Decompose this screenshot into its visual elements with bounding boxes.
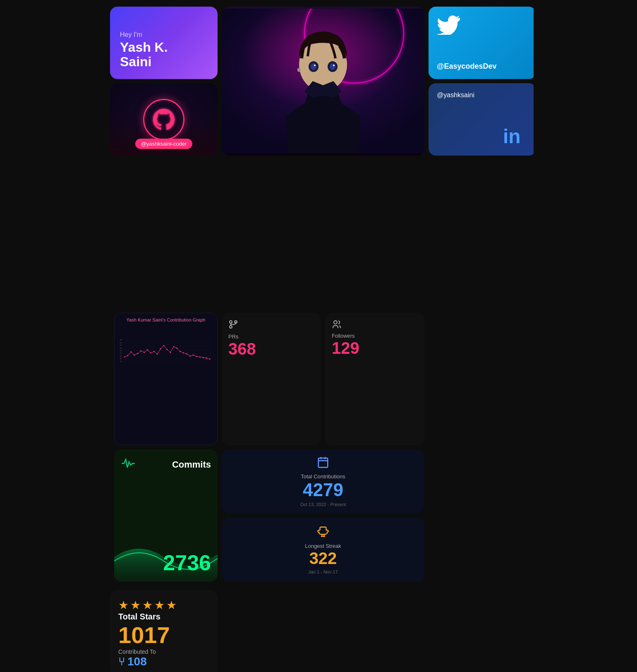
github-card[interactable]: @yashksaini-coder (110, 83, 218, 156)
svg-point-49 (180, 351, 181, 352)
svg-point-10 (333, 65, 335, 66)
commits-card: Commits 2736 (114, 449, 218, 582)
prs-value: 368 (228, 340, 314, 358)
total-stars-label: Total Stars (118, 612, 209, 622)
intro-card: Hey I'm Yash K. Saini (110, 7, 218, 79)
svg-point-8 (330, 63, 335, 70)
contributed-to-label: Contributed To (118, 648, 209, 655)
svg-rect-62 (318, 458, 328, 468)
svg-text:in: in (503, 125, 521, 146)
svg-rect-13 (119, 338, 213, 364)
prs-card: PRs 368 (222, 313, 321, 445)
total-contrib-value: 4279 (303, 480, 343, 500)
svg-point-52 (189, 355, 191, 357)
total-contributions-card: Total Contributions 4279 Oct 13, 2022 - … (222, 449, 424, 514)
svg-point-39 (147, 349, 148, 350)
svg-point-48 (176, 348, 177, 349)
contribution-line-chart: 90 80 70 60 50 40 30 20 10 (119, 324, 213, 378)
svg-point-43 (160, 348, 161, 350)
github-icon (153, 109, 175, 130)
svg-point-44 (163, 345, 165, 346)
svg-point-57 (206, 358, 207, 359)
github-label: @yashksaini-coder (135, 139, 193, 149)
avatar-card (222, 7, 424, 156)
prs-label: PRs (228, 334, 314, 340)
twitter-card[interactable]: @EasycodesDev (429, 7, 534, 79)
svg-point-34 (130, 351, 132, 353)
svg-point-47 (173, 346, 174, 348)
svg-point-7 (311, 63, 316, 70)
commits-label: Commits (172, 459, 211, 470)
svg-point-37 (140, 350, 141, 352)
longest-streak-label: Longest Streak (305, 543, 341, 549)
contrib-graph-title: Yash Kumar Saini's Contribution Graph (119, 317, 213, 322)
calendar-icon (317, 456, 329, 470)
svg-point-60 (230, 326, 232, 328)
followers-label: Followers (332, 333, 418, 339)
pulse-icon (121, 456, 136, 473)
svg-point-9 (314, 65, 316, 66)
longest-streak-value: 322 (309, 549, 337, 568)
linkedin-card[interactable]: @yashksaini in (429, 83, 534, 156)
fork-icon: ⑂ (118, 655, 125, 668)
stars-icons: ★ ★ ★ ★ ★ (118, 598, 209, 612)
svg-point-45 (166, 349, 168, 350)
svg-point-38 (144, 352, 145, 353)
svg-point-46 (170, 352, 171, 353)
linkedin-icon: in (503, 125, 528, 147)
svg-point-56 (203, 357, 204, 358)
followers-card: Followers 129 (325, 313, 424, 445)
name-text: Yash K. Saini (120, 40, 208, 69)
svg-point-55 (199, 356, 201, 358)
svg-point-35 (134, 354, 135, 355)
followers-value: 129 (332, 339, 418, 358)
longest-streak-date: Jan 1 - Nov 17 (308, 569, 338, 574)
linkedin-handle: @yashksaini (437, 91, 528, 99)
prs-icon (228, 319, 314, 332)
svg-point-40 (150, 352, 151, 353)
contrib-graph-card: Yash Kumar Saini's Contribution Graph 90… (114, 313, 218, 445)
svg-point-42 (157, 353, 158, 355)
longest-streak-card: Longest Streak 322 Jan 1 - Nov 17 (222, 518, 424, 582)
svg-point-11 (297, 68, 301, 72)
stars-card: ★ ★ ★ ★ ★ Total Stars 1017 Contributed T… (110, 590, 218, 672)
svg-point-50 (183, 352, 184, 353)
svg-point-51 (186, 353, 187, 355)
twitter-icon (437, 15, 460, 36)
svg-point-33 (127, 355, 128, 356)
svg-point-59 (230, 321, 232, 323)
svg-point-54 (196, 356, 197, 357)
svg-point-61 (334, 321, 337, 324)
commits-value: 2736 (121, 550, 211, 575)
trophy-icon (317, 526, 329, 540)
followers-icon (332, 319, 418, 331)
total-contrib-label: Total Contributions (301, 473, 345, 480)
twitter-handle[interactable]: @EasycodesDev (437, 62, 497, 71)
greeting-text: Hey I'm (120, 31, 208, 38)
svg-point-41 (153, 351, 155, 352)
contributed-to-value: ⑂ 108 (118, 655, 209, 668)
svg-point-32 (124, 356, 125, 358)
svg-point-53 (193, 354, 194, 355)
total-stars-value: 1017 (118, 622, 209, 648)
svg-point-36 (137, 353, 138, 354)
total-contrib-date: Oct 13, 2022 - Present (300, 502, 346, 507)
avatar-illustration (222, 9, 424, 154)
svg-point-58 (209, 358, 211, 360)
